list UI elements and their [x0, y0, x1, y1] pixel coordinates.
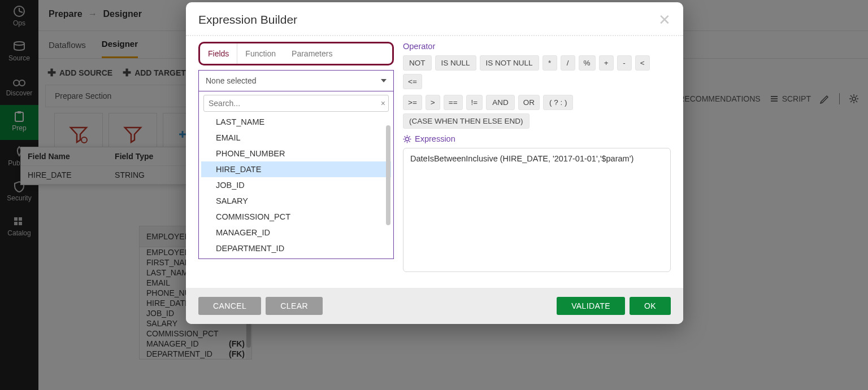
expression-textarea[interactable]: DateIsBetweenInclusive (HIRE_DATE, '2017… — [403, 148, 671, 272]
validate-button[interactable]: VALIDATE — [557, 297, 625, 315]
tab-fields[interactable]: Fields — [200, 43, 237, 64]
modal-title: Expression Builder — [198, 13, 297, 27]
field-item[interactable]: MANAGER_ID — [201, 225, 391, 240]
operator-label: Operator — [403, 42, 671, 51]
operators-row-1: NOTIS NULLIS NOT NULL*/%+-<<= — [403, 55, 671, 89]
svg-line-40 — [409, 136, 410, 137]
operator-button[interactable]: + — [599, 55, 614, 71]
operator-button[interactable]: ( ? : ) — [543, 95, 574, 110]
svg-point-33 — [406, 137, 409, 141]
operator-button[interactable]: >= — [403, 95, 422, 110]
operator-button[interactable]: * — [542, 55, 557, 71]
operators-row-2: >=>==!=ANDOR( ? : )(CASE WHEN THEN ELSE … — [403, 95, 671, 129]
ok-button[interactable]: OK — [630, 297, 671, 315]
fields-scrollbar[interactable] — [385, 114, 391, 256]
svg-line-39 — [409, 141, 410, 142]
svg-line-38 — [405, 136, 406, 137]
fields-dropdown[interactable]: None selected — [198, 70, 394, 91]
tab-parameters[interactable]: Parameters — [284, 43, 340, 64]
operator-button[interactable]: (CASE WHEN THEN ELSE END) — [403, 113, 530, 129]
fields-search-input[interactable] — [203, 95, 389, 112]
field-item[interactable]: LAST_NAME — [201, 114, 391, 130]
field-item[interactable]: HIRE_DATE — [201, 161, 391, 177]
operator-button[interactable]: <= — [403, 74, 422, 89]
operator-button[interactable]: < — [635, 55, 650, 71]
close-icon[interactable]: ✕ — [658, 12, 671, 27]
operator-button[interactable]: == — [444, 95, 463, 110]
modal-footer: CANCEL CLEAR VALIDATE OK — [186, 288, 683, 324]
field-item[interactable]: COMMISSION_PCT — [201, 209, 391, 225]
tab-function[interactable]: Function — [237, 43, 284, 64]
operator-button[interactable]: != — [466, 95, 483, 110]
clear-button[interactable]: CLEAR — [266, 297, 323, 315]
field-item[interactable]: PHONE_NUMBER — [201, 146, 391, 161]
clear-search-icon[interactable]: × — [381, 99, 385, 108]
operator-button[interactable]: IS NOT NULL — [480, 55, 539, 71]
field-item[interactable]: DEPARTMENT_ID — [201, 240, 391, 256]
dropdown-value: None selected — [206, 76, 257, 85]
operator-button[interactable]: NOT — [403, 55, 432, 71]
gear-icon — [403, 135, 411, 143]
operator-button[interactable]: IS NULL — [435, 55, 476, 71]
fields-picker: × LAST_NAMEEMAILPHONE_NUMBERHIRE_DATEJOB… — [198, 91, 394, 259]
svg-line-41 — [405, 141, 406, 142]
cancel-button[interactable]: CANCEL — [198, 297, 261, 315]
operator-button[interactable]: OR — [518, 95, 540, 110]
field-item[interactable]: JOB_ID — [201, 177, 391, 193]
chevron-down-icon — [381, 79, 387, 82]
expression-label: Expression — [415, 134, 455, 143]
operator-button[interactable]: > — [426, 95, 440, 110]
operator-button[interactable]: - — [617, 55, 632, 71]
field-item[interactable]: EMAIL — [201, 130, 391, 146]
operator-button[interactable]: % — [579, 55, 596, 71]
operator-button[interactable]: AND — [486, 95, 515, 110]
operator-button[interactable]: / — [561, 55, 575, 71]
fields-list: LAST_NAMEEMAILPHONE_NUMBERHIRE_DATEJOB_I… — [201, 114, 391, 256]
builder-tabs: Fields Function Parameters — [198, 42, 394, 65]
field-item[interactable]: SALARY — [201, 193, 391, 209]
expression-builder-modal: Expression Builder ✕ Fields Function Par… — [186, 2, 683, 324]
